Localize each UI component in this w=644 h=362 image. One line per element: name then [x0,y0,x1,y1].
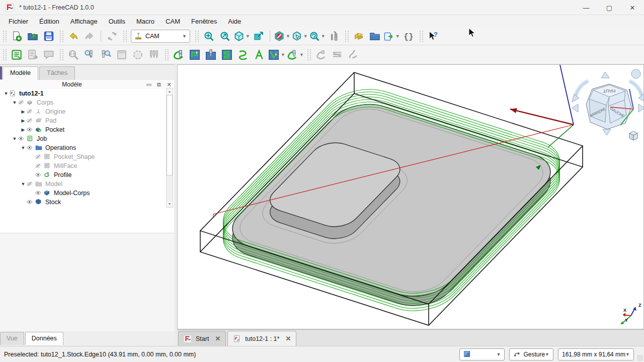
expander-open-icon[interactable]: ▼ [12,100,18,105]
property-tab-donnes[interactable]: Données [25,332,63,345]
view-isometric-button[interactable]: ▼ [233,29,250,44]
view-fit-all-button[interactable] [201,29,216,44]
nav-right-triangle[interactable] [638,104,643,112]
mdi-tab-start[interactable]: Start✕ [178,331,226,346]
dock-tab-modle[interactable]: Modèle [3,66,38,80]
resize-grip[interactable] [637,355,643,361]
close-icon[interactable]: ✕ [215,335,220,342]
cam-op-engrave-button[interactable] [252,47,267,62]
scroll-up-icon[interactable]: ▲ [167,88,173,95]
menu-dition[interactable]: Édition [34,16,65,27]
clipping-plane-button[interactable]: ▼ [274,29,290,44]
menu-cam[interactable]: CAM [160,16,186,27]
navigation-cube[interactable]: HAUT ARRIÈRE GAUCHE [572,69,643,140]
property-tab-vue[interactable]: Vue [0,332,24,345]
nav-circle-button[interactable] [631,69,640,78]
menu-fichier[interactable]: Fichier [3,16,34,27]
expander-open-icon[interactable]: ▼ [20,182,26,187]
workbench-selector[interactable]: CAM▼ [131,30,190,43]
expander-open-icon[interactable]: ▼ [20,145,26,150]
tree-item-model-corps[interactable]: Model-Corps [0,189,174,198]
navigation-style-selector[interactable]: Gesture▼ [509,348,553,360]
expander-closed-icon[interactable]: ▶ [20,118,26,123]
minimize-button[interactable]: — [575,0,598,15]
tree-scrollbar[interactable]: ▲ ▼ [166,88,173,208]
menu-outils[interactable]: Outils [103,16,131,27]
expander-closed-icon[interactable]: ▶ [20,109,26,114]
cam-op-face-button[interactable] [219,47,234,62]
scrollbar-thumb[interactable] [167,95,173,175]
maximize-button[interactable]: ▢ [598,0,621,15]
tree-item-pocket[interactable]: ▶Pocket [0,125,174,134]
tree-item-model[interactable]: ▼Model [0,179,174,189]
cam-op-profile-button[interactable] [171,47,186,62]
rotate-view-button[interactable]: ▼ [309,29,326,44]
undo-button[interactable] [66,29,81,44]
nav-down-triangle[interactable] [603,129,611,135]
cam-op-vcarve-button[interactable]: ▼ [268,47,285,62]
dock-close-icon[interactable]: ✕ [164,81,174,88]
tree-item-pocket-shape[interactable]: Pocket_Shape [0,152,174,161]
close-button[interactable]: ✕ [621,0,644,15]
visibility-off-icon[interactable] [18,99,26,106]
expander-open-icon[interactable]: ▼ [12,136,18,141]
tree-item-tuto12-1[interactable]: ▼tuto12-1 [0,89,174,98]
3d-viewport[interactable]: HAUT ARRIÈRE GAUCHE Z X Y [177,64,644,329]
visibility-off-icon[interactable] [35,162,43,169]
dock-minimize-icon[interactable]: ▭ [144,81,154,88]
close-icon[interactable]: ✕ [285,335,291,342]
menu-macro[interactable]: Macro [131,16,160,27]
cam-op-pocket-button[interactable] [187,47,202,62]
dimension-display[interactable]: 161,98 mm x 91,64 mm▼ [558,348,634,360]
menu-affichage[interactable]: Affichage [65,16,103,27]
tree-item-job[interactable]: ▼Job [0,134,174,143]
create-group-button[interactable] [367,29,382,44]
tree-item-profile[interactable]: Profile [0,170,174,179]
visibility-on-icon[interactable] [35,171,43,178]
draw-style-selector[interactable]: ▼ [459,348,505,360]
cam-job-new-button[interactable] [9,47,24,62]
mdi-tab-tuto12-1---1-[interactable]: tuto12-1 : 1*✕ [227,331,296,346]
visibility-on-icon[interactable] [26,126,34,133]
expression-editor-button[interactable]: {} [401,29,416,44]
visibility-on-icon[interactable] [18,135,26,142]
nav-cube-top-label[interactable]: HAUT [603,88,615,94]
tree-item-operations[interactable]: ▼Operations [0,143,174,152]
view-fit-selection-button[interactable] [217,29,232,44]
menu-aide[interactable]: Aide [222,16,247,27]
whats-this-button[interactable]: ? [426,29,441,44]
open-document-button[interactable] [25,29,40,44]
tree-item-pad[interactable]: ▶Pad [0,116,174,125]
tree-item-stock[interactable]: Stock [0,198,174,207]
menu-fentres[interactable]: Fenêtres [186,16,222,27]
dock-tab-tches[interactable]: Tâches [39,66,75,80]
new-document-button[interactable] [9,29,24,44]
share-button[interactable]: ▼ [383,29,400,44]
nav-up-triangle[interactable] [601,72,609,78]
expander-open-icon[interactable]: ▼ [3,91,9,96]
rotate-left-arrow-icon[interactable] [572,94,579,102]
view-sync-button[interactable] [251,29,266,44]
measure-button[interactable] [327,29,342,44]
3d-scene[interactable]: HAUT ARRIÈRE GAUCHE Z X Y [178,65,643,329]
tree-item-corps[interactable]: ▼Corps [0,98,174,107]
visibility-on-icon[interactable] [26,144,34,151]
tree-item-millface[interactable]: MillFace [0,161,174,170]
visibility-on-icon[interactable] [35,190,43,197]
scroll-down-icon[interactable]: ▼ [167,201,173,207]
nav-left-triangle[interactable] [572,104,578,112]
visibility-off-icon[interactable] [26,180,34,188]
expander-closed-icon[interactable]: ▶ [20,127,26,132]
dock-float-icon[interactable]: ⧉ [154,81,164,88]
tree-item-origine[interactable]: ▶Origine [0,107,174,116]
create-part-button[interactable] [351,29,366,44]
box-element-selection-button[interactable]: ▼ [291,29,308,44]
visibility-off-icon[interactable] [35,153,43,160]
cam-op-drilling-button[interactable] [203,47,218,62]
save-document-button[interactable] [41,29,56,44]
visibility-on-icon[interactable] [26,199,34,206]
cam-op-deburr-button[interactable]: ▼ [286,47,304,62]
cam-op-helix-button[interactable] [235,47,251,62]
visibility-off-icon[interactable] [26,108,34,115]
visibility-off-icon[interactable] [26,117,34,124]
